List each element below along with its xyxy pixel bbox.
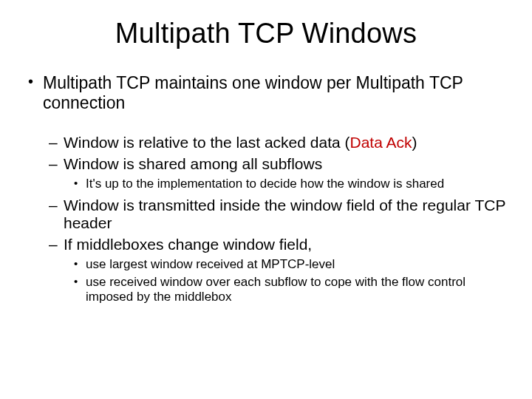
l3-d1: use largest window received at MPTCP-lev… bbox=[22, 257, 510, 273]
l2-b-text: Window is shared among all subflows bbox=[64, 155, 322, 172]
bullet-list-level3-d: use largest window received at MPTCP-lev… bbox=[22, 257, 510, 305]
slide: Multipath TCP Windows Multipath TCP main… bbox=[0, 0, 532, 399]
bullet-list-level2-cont: Window is transmitted inside the window … bbox=[22, 197, 510, 254]
l3-d2-text: use received window over each subflow to… bbox=[86, 275, 466, 304]
l3-d2: use received window over each subflow to… bbox=[22, 275, 510, 305]
bullet-list-level3-b: It's up to the implementation to decide … bbox=[22, 177, 510, 192]
l1-item: Multipath TCP maintains one window per M… bbox=[22, 73, 510, 113]
l3-d1-text: use largest window received at MPTCP-lev… bbox=[86, 257, 335, 271]
slide-title: Multipath TCP Windows bbox=[22, 18, 510, 50]
l2-c-text: Window is transmitted inside the window … bbox=[64, 197, 505, 232]
l2-item-d: If middleboxes change window field, bbox=[22, 236, 510, 254]
l2-d-text: If middleboxes change window field, bbox=[64, 236, 312, 253]
l2-item-b: Window is shared among all subflows bbox=[22, 155, 510, 174]
l2-item-c: Window is transmitted inside the window … bbox=[22, 197, 510, 233]
l2-a-red: Data Ack bbox=[350, 134, 412, 151]
l1-text: Multipath TCP maintains one window per M… bbox=[43, 73, 463, 112]
bullet-list-level2: Window is relative to the last acked dat… bbox=[22, 134, 510, 174]
l2-a-pre: Window is relative to the last acked dat… bbox=[64, 134, 350, 151]
l3-b1-text: It's up to the implementation to decide … bbox=[86, 177, 444, 191]
l2-item-a: Window is relative to the last acked dat… bbox=[22, 134, 510, 152]
l3-b1: It's up to the implementation to decide … bbox=[22, 177, 510, 192]
l2-a-post: ) bbox=[412, 134, 417, 151]
bullet-list-level1: Multipath TCP maintains one window per M… bbox=[22, 73, 510, 113]
